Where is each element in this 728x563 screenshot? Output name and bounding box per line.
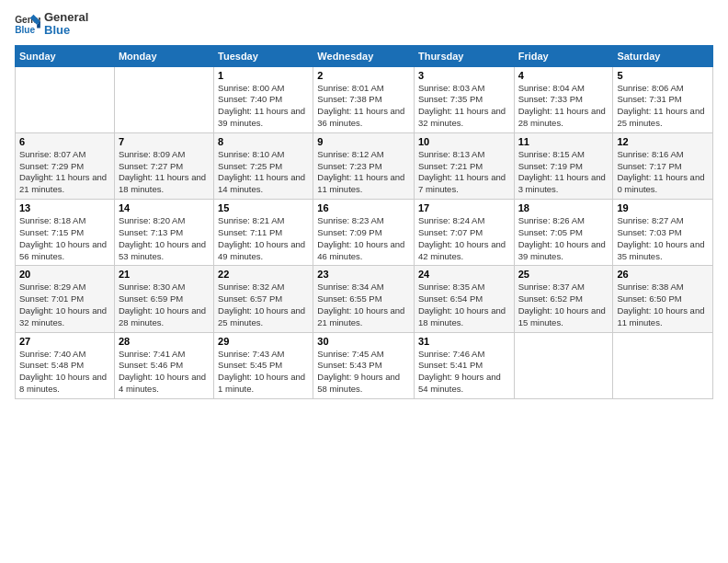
day-number: 22 [218, 269, 309, 280]
day-number: 15 [218, 202, 309, 213]
day-info: Sunrise: 8:03 AM Sunset: 7:35 PM Dayligh… [418, 83, 510, 130]
day-number: 27 [19, 336, 110, 347]
calendar-cell: 13Sunrise: 8:18 AM Sunset: 7:15 PM Dayli… [16, 200, 115, 266]
calendar-cell [613, 332, 713, 398]
day-info: Sunrise: 8:06 AM Sunset: 7:31 PM Dayligh… [617, 83, 709, 130]
day-number: 7 [119, 136, 210, 147]
day-number: 24 [418, 269, 510, 280]
day-info: Sunrise: 8:12 AM Sunset: 7:23 PM Dayligh… [317, 149, 410, 196]
calendar-cell: 4Sunrise: 8:04 AM Sunset: 7:33 PM Daylig… [514, 66, 613, 132]
calendar-cell: 30Sunrise: 7:45 AM Sunset: 5:43 PM Dayli… [313, 332, 415, 398]
calendar-cell: 2Sunrise: 8:01 AM Sunset: 7:38 PM Daylig… [313, 66, 415, 132]
calendar-cell: 8Sunrise: 8:10 AM Sunset: 7:25 PM Daylig… [214, 132, 313, 199]
day-info: Sunrise: 8:24 AM Sunset: 7:07 PM Dayligh… [418, 215, 510, 262]
day-info: Sunrise: 7:46 AM Sunset: 5:41 PM Dayligh… [418, 349, 510, 396]
calendar-cell: 28Sunrise: 7:41 AM Sunset: 5:46 PM Dayli… [114, 332, 213, 398]
day-info: Sunrise: 8:15 AM Sunset: 7:19 PM Dayligh… [518, 149, 609, 196]
day-info: Sunrise: 8:13 AM Sunset: 7:21 PM Dayligh… [418, 149, 510, 196]
day-info: Sunrise: 8:07 AM Sunset: 7:29 PM Dayligh… [19, 149, 110, 196]
calendar-cell: 24Sunrise: 8:35 AM Sunset: 6:54 PM Dayli… [414, 266, 514, 332]
calendar-week-row: 20Sunrise: 8:29 AM Sunset: 7:01 PM Dayli… [16, 266, 713, 332]
day-number: 21 [119, 269, 210, 280]
day-info: Sunrise: 8:09 AM Sunset: 7:27 PM Dayligh… [119, 149, 210, 196]
calendar-cell: 15Sunrise: 8:21 AM Sunset: 7:11 PM Dayli… [214, 200, 313, 266]
day-info: Sunrise: 8:18 AM Sunset: 7:15 PM Dayligh… [19, 215, 110, 262]
calendar-cell: 9Sunrise: 8:12 AM Sunset: 7:23 PM Daylig… [313, 132, 415, 199]
day-number: 26 [617, 269, 709, 280]
day-info: Sunrise: 8:32 AM Sunset: 6:57 PM Dayligh… [218, 282, 309, 328]
weekday-header: Thursday [414, 45, 514, 66]
calendar-cell [514, 332, 613, 398]
day-info: Sunrise: 8:01 AM Sunset: 7:38 PM Dayligh… [317, 83, 410, 130]
day-info: Sunrise: 8:35 AM Sunset: 6:54 PM Dayligh… [418, 282, 510, 328]
calendar-week-row: 13Sunrise: 8:18 AM Sunset: 7:15 PM Dayli… [16, 200, 713, 266]
header: General Blue General Blue [15, 11, 713, 38]
day-number: 11 [518, 136, 609, 147]
day-number: 17 [418, 202, 510, 213]
day-number: 23 [317, 269, 410, 280]
calendar-cell [16, 66, 115, 132]
calendar-cell: 1Sunrise: 8:00 AM Sunset: 7:40 PM Daylig… [214, 66, 313, 132]
day-info: Sunrise: 8:21 AM Sunset: 7:11 PM Dayligh… [218, 215, 309, 262]
calendar-cell: 19Sunrise: 8:27 AM Sunset: 7:03 PM Dayli… [613, 200, 713, 266]
day-info: Sunrise: 7:43 AM Sunset: 5:45 PM Dayligh… [218, 349, 309, 396]
calendar-cell: 6Sunrise: 8:07 AM Sunset: 7:29 PM Daylig… [16, 132, 115, 199]
calendar-cell: 5Sunrise: 8:06 AM Sunset: 7:31 PM Daylig… [613, 66, 713, 132]
calendar-cell: 20Sunrise: 8:29 AM Sunset: 7:01 PM Dayli… [16, 266, 115, 332]
calendar-body: 1Sunrise: 8:00 AM Sunset: 7:40 PM Daylig… [16, 66, 713, 398]
day-info: Sunrise: 8:34 AM Sunset: 6:55 PM Dayligh… [317, 282, 410, 328]
weekday-header: Tuesday [214, 45, 313, 66]
calendar-cell: 31Sunrise: 7:46 AM Sunset: 5:41 PM Dayli… [414, 332, 514, 398]
calendar-cell: 11Sunrise: 8:15 AM Sunset: 7:19 PM Dayli… [514, 132, 613, 199]
calendar-cell: 12Sunrise: 8:16 AM Sunset: 7:17 PM Dayli… [613, 132, 713, 199]
day-info: Sunrise: 8:37 AM Sunset: 6:52 PM Dayligh… [518, 282, 609, 328]
day-info: Sunrise: 8:04 AM Sunset: 7:33 PM Dayligh… [518, 83, 609, 130]
day-number: 5 [617, 70, 709, 81]
day-number: 10 [418, 136, 510, 147]
day-number: 13 [19, 202, 110, 213]
day-info: Sunrise: 8:30 AM Sunset: 6:59 PM Dayligh… [119, 282, 210, 328]
calendar-cell: 3Sunrise: 8:03 AM Sunset: 7:35 PM Daylig… [414, 66, 514, 132]
day-number: 14 [119, 202, 210, 213]
day-info: Sunrise: 7:40 AM Sunset: 5:48 PM Dayligh… [19, 349, 110, 396]
day-number: 9 [317, 136, 410, 147]
logo: General Blue General Blue [15, 11, 88, 38]
day-number: 1 [218, 70, 309, 81]
day-info: Sunrise: 8:29 AM Sunset: 7:01 PM Dayligh… [19, 282, 110, 328]
day-number: 31 [418, 336, 510, 347]
day-number: 6 [19, 136, 110, 147]
day-info: Sunrise: 8:23 AM Sunset: 7:09 PM Dayligh… [317, 215, 410, 262]
calendar-week-row: 1Sunrise: 8:00 AM Sunset: 7:40 PM Daylig… [16, 66, 713, 132]
day-info: Sunrise: 7:41 AM Sunset: 5:46 PM Dayligh… [119, 349, 210, 396]
calendar-week-row: 27Sunrise: 7:40 AM Sunset: 5:48 PM Dayli… [16, 332, 713, 398]
day-info: Sunrise: 8:00 AM Sunset: 7:40 PM Dayligh… [218, 83, 309, 130]
day-number: 25 [518, 269, 609, 280]
logo-icon: General Blue [15, 13, 40, 35]
calendar-cell: 17Sunrise: 8:24 AM Sunset: 7:07 PM Dayli… [414, 200, 514, 266]
calendar-cell: 27Sunrise: 7:40 AM Sunset: 5:48 PM Dayli… [16, 332, 115, 398]
day-info: Sunrise: 8:20 AM Sunset: 7:13 PM Dayligh… [119, 215, 210, 262]
weekday-header: Friday [514, 45, 613, 66]
calendar-cell: 16Sunrise: 8:23 AM Sunset: 7:09 PM Dayli… [313, 200, 415, 266]
day-number: 3 [418, 70, 510, 81]
weekday-header: Wednesday [313, 45, 415, 66]
page: General Blue General Blue SundayMondayTu… [0, 0, 728, 563]
day-info: Sunrise: 8:16 AM Sunset: 7:17 PM Dayligh… [617, 149, 709, 196]
day-number: 2 [317, 70, 410, 81]
calendar-table: SundayMondayTuesdayWednesdayThursdayFrid… [15, 45, 713, 399]
logo-general: General [44, 11, 88, 24]
weekday-header: Saturday [613, 45, 713, 66]
day-number: 16 [317, 202, 410, 213]
calendar-cell: 10Sunrise: 8:13 AM Sunset: 7:21 PM Dayli… [414, 132, 514, 199]
weekday-header: Monday [114, 45, 213, 66]
day-number: 18 [518, 202, 609, 213]
calendar-cell [114, 66, 213, 132]
day-info: Sunrise: 8:10 AM Sunset: 7:25 PM Dayligh… [218, 149, 309, 196]
calendar-cell: 25Sunrise: 8:37 AM Sunset: 6:52 PM Dayli… [514, 266, 613, 332]
weekday-header: Sunday [16, 45, 115, 66]
logo-blue: Blue [44, 24, 88, 37]
calendar-cell: 7Sunrise: 8:09 AM Sunset: 7:27 PM Daylig… [114, 132, 213, 199]
calendar-week-row: 6Sunrise: 8:07 AM Sunset: 7:29 PM Daylig… [16, 132, 713, 199]
calendar-cell: 23Sunrise: 8:34 AM Sunset: 6:55 PM Dayli… [313, 266, 415, 332]
calendar-cell: 18Sunrise: 8:26 AM Sunset: 7:05 PM Dayli… [514, 200, 613, 266]
